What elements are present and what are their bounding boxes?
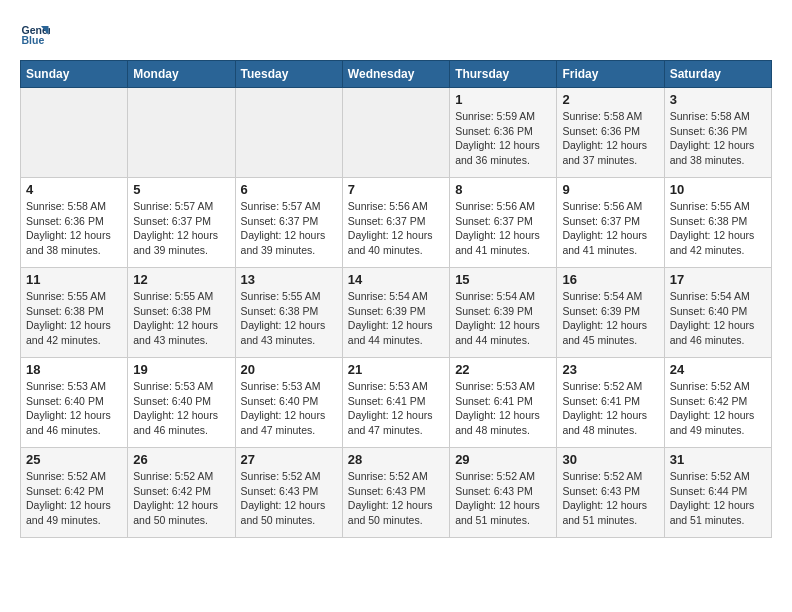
day-number: 7 xyxy=(348,182,444,197)
cell-info: Sunrise: 5:59 AM Sunset: 6:36 PM Dayligh… xyxy=(455,109,551,168)
calendar-cell: 12Sunrise: 5:55 AM Sunset: 6:38 PM Dayli… xyxy=(128,268,235,358)
day-number: 21 xyxy=(348,362,444,377)
calendar-cell: 23Sunrise: 5:52 AM Sunset: 6:41 PM Dayli… xyxy=(557,358,664,448)
day-number: 31 xyxy=(670,452,766,467)
calendar-cell: 14Sunrise: 5:54 AM Sunset: 6:39 PM Dayli… xyxy=(342,268,449,358)
day-number: 5 xyxy=(133,182,229,197)
calendar-week-row: 18Sunrise: 5:53 AM Sunset: 6:40 PM Dayli… xyxy=(21,358,772,448)
calendar-cell: 4Sunrise: 5:58 AM Sunset: 6:36 PM Daylig… xyxy=(21,178,128,268)
day-number: 1 xyxy=(455,92,551,107)
cell-info: Sunrise: 5:52 AM Sunset: 6:43 PM Dayligh… xyxy=(562,469,658,528)
weekday-header: Thursday xyxy=(450,61,557,88)
calendar-cell: 6Sunrise: 5:57 AM Sunset: 6:37 PM Daylig… xyxy=(235,178,342,268)
cell-info: Sunrise: 5:58 AM Sunset: 6:36 PM Dayligh… xyxy=(670,109,766,168)
calendar-cell: 5Sunrise: 5:57 AM Sunset: 6:37 PM Daylig… xyxy=(128,178,235,268)
calendar-table: SundayMondayTuesdayWednesdayThursdayFrid… xyxy=(20,60,772,538)
cell-info: Sunrise: 5:56 AM Sunset: 6:37 PM Dayligh… xyxy=(562,199,658,258)
day-number: 25 xyxy=(26,452,122,467)
day-number: 8 xyxy=(455,182,551,197)
calendar-cell: 25Sunrise: 5:52 AM Sunset: 6:42 PM Dayli… xyxy=(21,448,128,538)
day-number: 9 xyxy=(562,182,658,197)
weekday-header: Friday xyxy=(557,61,664,88)
calendar-cell: 29Sunrise: 5:52 AM Sunset: 6:43 PM Dayli… xyxy=(450,448,557,538)
weekday-header-row: SundayMondayTuesdayWednesdayThursdayFrid… xyxy=(21,61,772,88)
calendar-week-row: 25Sunrise: 5:52 AM Sunset: 6:42 PM Dayli… xyxy=(21,448,772,538)
cell-info: Sunrise: 5:58 AM Sunset: 6:36 PM Dayligh… xyxy=(562,109,658,168)
cell-info: Sunrise: 5:56 AM Sunset: 6:37 PM Dayligh… xyxy=(455,199,551,258)
day-number: 13 xyxy=(241,272,337,287)
day-number: 18 xyxy=(26,362,122,377)
weekday-header: Saturday xyxy=(664,61,771,88)
day-number: 17 xyxy=(670,272,766,287)
cell-info: Sunrise: 5:57 AM Sunset: 6:37 PM Dayligh… xyxy=(133,199,229,258)
calendar-cell: 28Sunrise: 5:52 AM Sunset: 6:43 PM Dayli… xyxy=(342,448,449,538)
calendar-cell: 10Sunrise: 5:55 AM Sunset: 6:38 PM Dayli… xyxy=(664,178,771,268)
calendar-cell: 20Sunrise: 5:53 AM Sunset: 6:40 PM Dayli… xyxy=(235,358,342,448)
calendar-cell: 27Sunrise: 5:52 AM Sunset: 6:43 PM Dayli… xyxy=(235,448,342,538)
day-number: 10 xyxy=(670,182,766,197)
day-number: 23 xyxy=(562,362,658,377)
calendar-cell: 24Sunrise: 5:52 AM Sunset: 6:42 PM Dayli… xyxy=(664,358,771,448)
calendar-cell: 21Sunrise: 5:53 AM Sunset: 6:41 PM Dayli… xyxy=(342,358,449,448)
cell-info: Sunrise: 5:52 AM Sunset: 6:43 PM Dayligh… xyxy=(241,469,337,528)
logo-icon: General Blue xyxy=(20,20,50,50)
cell-info: Sunrise: 5:54 AM Sunset: 6:39 PM Dayligh… xyxy=(562,289,658,348)
calendar-cell: 30Sunrise: 5:52 AM Sunset: 6:43 PM Dayli… xyxy=(557,448,664,538)
calendar-week-row: 4Sunrise: 5:58 AM Sunset: 6:36 PM Daylig… xyxy=(21,178,772,268)
cell-info: Sunrise: 5:54 AM Sunset: 6:39 PM Dayligh… xyxy=(348,289,444,348)
day-number: 11 xyxy=(26,272,122,287)
calendar-cell: 7Sunrise: 5:56 AM Sunset: 6:37 PM Daylig… xyxy=(342,178,449,268)
calendar-cell: 19Sunrise: 5:53 AM Sunset: 6:40 PM Dayli… xyxy=(128,358,235,448)
day-number: 14 xyxy=(348,272,444,287)
day-number: 12 xyxy=(133,272,229,287)
cell-info: Sunrise: 5:56 AM Sunset: 6:37 PM Dayligh… xyxy=(348,199,444,258)
day-number: 16 xyxy=(562,272,658,287)
day-number: 6 xyxy=(241,182,337,197)
cell-info: Sunrise: 5:52 AM Sunset: 6:43 PM Dayligh… xyxy=(348,469,444,528)
cell-info: Sunrise: 5:53 AM Sunset: 6:40 PM Dayligh… xyxy=(26,379,122,438)
cell-info: Sunrise: 5:54 AM Sunset: 6:39 PM Dayligh… xyxy=(455,289,551,348)
day-number: 28 xyxy=(348,452,444,467)
calendar-cell: 15Sunrise: 5:54 AM Sunset: 6:39 PM Dayli… xyxy=(450,268,557,358)
day-number: 26 xyxy=(133,452,229,467)
calendar-week-row: 11Sunrise: 5:55 AM Sunset: 6:38 PM Dayli… xyxy=(21,268,772,358)
calendar-cell: 9Sunrise: 5:56 AM Sunset: 6:37 PM Daylig… xyxy=(557,178,664,268)
cell-info: Sunrise: 5:52 AM Sunset: 6:44 PM Dayligh… xyxy=(670,469,766,528)
cell-info: Sunrise: 5:53 AM Sunset: 6:41 PM Dayligh… xyxy=(348,379,444,438)
calendar-cell: 26Sunrise: 5:52 AM Sunset: 6:42 PM Dayli… xyxy=(128,448,235,538)
calendar-cell: 16Sunrise: 5:54 AM Sunset: 6:39 PM Dayli… xyxy=(557,268,664,358)
cell-info: Sunrise: 5:52 AM Sunset: 6:42 PM Dayligh… xyxy=(26,469,122,528)
day-number: 4 xyxy=(26,182,122,197)
cell-info: Sunrise: 5:53 AM Sunset: 6:41 PM Dayligh… xyxy=(455,379,551,438)
calendar-cell xyxy=(342,88,449,178)
calendar-cell: 31Sunrise: 5:52 AM Sunset: 6:44 PM Dayli… xyxy=(664,448,771,538)
calendar-cell: 1Sunrise: 5:59 AM Sunset: 6:36 PM Daylig… xyxy=(450,88,557,178)
cell-info: Sunrise: 5:55 AM Sunset: 6:38 PM Dayligh… xyxy=(241,289,337,348)
calendar-cell: 8Sunrise: 5:56 AM Sunset: 6:37 PM Daylig… xyxy=(450,178,557,268)
calendar-cell: 11Sunrise: 5:55 AM Sunset: 6:38 PM Dayli… xyxy=(21,268,128,358)
day-number: 2 xyxy=(562,92,658,107)
cell-info: Sunrise: 5:55 AM Sunset: 6:38 PM Dayligh… xyxy=(26,289,122,348)
day-number: 19 xyxy=(133,362,229,377)
calendar-cell: 2Sunrise: 5:58 AM Sunset: 6:36 PM Daylig… xyxy=(557,88,664,178)
cell-info: Sunrise: 5:57 AM Sunset: 6:37 PM Dayligh… xyxy=(241,199,337,258)
cell-info: Sunrise: 5:55 AM Sunset: 6:38 PM Dayligh… xyxy=(133,289,229,348)
day-number: 22 xyxy=(455,362,551,377)
calendar-cell: 3Sunrise: 5:58 AM Sunset: 6:36 PM Daylig… xyxy=(664,88,771,178)
calendar-week-row: 1Sunrise: 5:59 AM Sunset: 6:36 PM Daylig… xyxy=(21,88,772,178)
svg-text:Blue: Blue xyxy=(22,34,45,46)
cell-info: Sunrise: 5:52 AM Sunset: 6:42 PM Dayligh… xyxy=(133,469,229,528)
calendar-cell: 13Sunrise: 5:55 AM Sunset: 6:38 PM Dayli… xyxy=(235,268,342,358)
page-header: General Blue xyxy=(20,20,772,50)
logo: General Blue xyxy=(20,20,54,50)
calendar-cell: 17Sunrise: 5:54 AM Sunset: 6:40 PM Dayli… xyxy=(664,268,771,358)
day-number: 29 xyxy=(455,452,551,467)
weekday-header: Wednesday xyxy=(342,61,449,88)
cell-info: Sunrise: 5:52 AM Sunset: 6:42 PM Dayligh… xyxy=(670,379,766,438)
calendar-cell: 18Sunrise: 5:53 AM Sunset: 6:40 PM Dayli… xyxy=(21,358,128,448)
cell-info: Sunrise: 5:52 AM Sunset: 6:41 PM Dayligh… xyxy=(562,379,658,438)
day-number: 24 xyxy=(670,362,766,377)
day-number: 3 xyxy=(670,92,766,107)
calendar-cell xyxy=(128,88,235,178)
cell-info: Sunrise: 5:53 AM Sunset: 6:40 PM Dayligh… xyxy=(241,379,337,438)
